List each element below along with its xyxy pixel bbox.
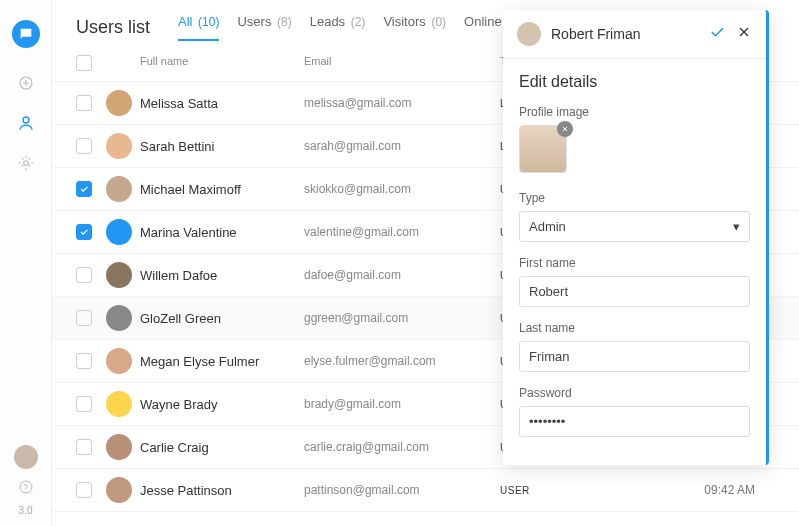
user-email: melissa@gmail.com <box>304 96 500 110</box>
table-row[interactable]: Jesse Pattinsonpattinson@gmail.comUSER09… <box>52 469 799 512</box>
user-email: brady@gmail.com <box>304 397 500 411</box>
user-name: GloZell Green <box>140 311 304 326</box>
user-avatar <box>106 348 132 374</box>
svg-point-2 <box>23 161 28 166</box>
row-checkbox[interactable] <box>76 482 92 498</box>
user-name: Wayne Brady <box>140 397 304 412</box>
user-avatar <box>106 176 132 202</box>
user-name: Megan Elyse Fulmer <box>140 354 304 369</box>
remove-image-button[interactable] <box>557 121 573 137</box>
user-avatar <box>106 434 132 460</box>
row-checkbox[interactable] <box>76 267 92 283</box>
panel-user-name: Robert Friman <box>551 26 698 42</box>
user-avatar <box>106 262 132 288</box>
col-header-name: Full name <box>140 55 304 71</box>
user-name: Melissa Satta <box>140 96 304 111</box>
user-name: Michael Maximoff <box>140 182 304 197</box>
user-time: 09:42 AM <box>590 483 775 497</box>
panel-header: Robert Friman <box>503 10 766 59</box>
user-avatar <box>106 90 132 116</box>
row-checkbox[interactable] <box>76 224 92 240</box>
user-name: Jesse Pattinson <box>140 483 304 498</box>
type-select[interactable]: Admin ▾ <box>519 211 750 242</box>
panel-avatar <box>517 22 541 46</box>
current-user-avatar[interactable] <box>14 445 38 469</box>
row-checkbox[interactable] <box>76 439 92 455</box>
profile-image-wrap <box>519 125 567 173</box>
user-avatar <box>106 391 132 417</box>
user-email: pattinson@gmail.com <box>304 483 500 497</box>
user-name: Carlie Craig <box>140 440 304 455</box>
row-checkbox[interactable] <box>76 181 92 197</box>
user-email: sarah@gmail.com <box>304 139 500 153</box>
nav-conversations[interactable] <box>15 72 37 94</box>
user-email: valentine@gmail.com <box>304 225 500 239</box>
user-name: Marina Valentine <box>140 225 304 240</box>
row-checkbox[interactable] <box>76 138 92 154</box>
nav-settings[interactable] <box>15 152 37 174</box>
tab-visitors[interactable]: Visitors (0) <box>383 14 446 41</box>
last-name-input[interactable] <box>519 341 750 372</box>
confirm-button[interactable] <box>708 23 726 45</box>
user-avatar <box>106 477 132 503</box>
user-type: USER <box>500 485 590 496</box>
user-email: elyse.fulmer@gmail.com <box>304 354 500 368</box>
label-last-name: Last name <box>519 321 750 335</box>
user-name: Sarah Bettini <box>140 139 304 154</box>
app-logo[interactable] <box>12 20 40 48</box>
edit-panel: Robert Friman Edit details Profile image… <box>503 10 769 465</box>
row-checkbox[interactable] <box>76 310 92 326</box>
user-name: Willem Dafoe <box>140 268 304 283</box>
password-input[interactable] <box>519 406 750 437</box>
first-name-input[interactable] <box>519 276 750 307</box>
sidebar: 3.0 <box>0 0 52 526</box>
label-profile-image: Profile image <box>519 105 750 119</box>
row-checkbox[interactable] <box>76 353 92 369</box>
label-type: Type <box>519 191 750 205</box>
help-icon[interactable] <box>18 479 34 499</box>
page-title: Users list <box>76 17 150 38</box>
select-all-checkbox[interactable] <box>76 55 92 71</box>
nav-users[interactable] <box>15 112 37 134</box>
close-button[interactable] <box>736 24 752 44</box>
svg-point-3 <box>20 481 32 493</box>
label-first-name: First name <box>519 256 750 270</box>
label-password: Password <box>519 386 750 400</box>
svg-point-1 <box>23 117 29 123</box>
tab-leads[interactable]: Leads (2) <box>310 14 366 41</box>
row-checkbox[interactable] <box>76 95 92 111</box>
row-checkbox[interactable] <box>76 396 92 412</box>
type-value: Admin <box>529 219 566 234</box>
version-label: 3.0 <box>19 505 33 516</box>
tab-users[interactable]: Users (8) <box>237 14 291 41</box>
user-email: skiokko@gmail.com <box>304 182 500 196</box>
col-header-email: Email <box>304 55 500 71</box>
user-avatar <box>106 133 132 159</box>
tab-all[interactable]: All (10) <box>178 14 219 41</box>
user-email: dafoe@gmail.com <box>304 268 500 282</box>
tab-online[interactable]: Online <box>464 14 504 41</box>
chevron-down-icon: ▾ <box>733 219 740 234</box>
user-email: ggreen@gmail.com <box>304 311 500 325</box>
panel-title: Edit details <box>519 73 750 91</box>
user-email: carlie.craig@gmail.com <box>304 440 500 454</box>
user-avatar <box>106 305 132 331</box>
user-avatar <box>106 219 132 245</box>
